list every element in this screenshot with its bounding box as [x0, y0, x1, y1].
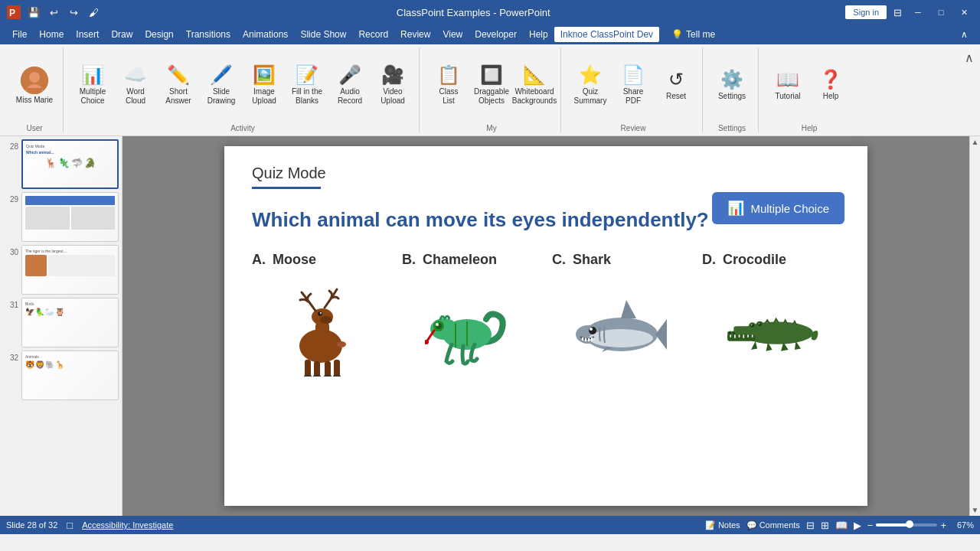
- video-upload-label: VideoUpload: [381, 87, 405, 106]
- quiz-mode-title: Quiz Mode: [252, 165, 840, 182]
- slide-preview-31: Birds 🦅 🦜 🦢 🦉: [21, 298, 119, 347]
- svg-point-10: [318, 311, 322, 316]
- zoom-thumb: [906, 520, 913, 528]
- accessibility-label[interactable]: Accessibility: Investigate: [82, 520, 173, 530]
- menu-file[interactable]: File: [6, 27, 33, 42]
- collapse-sections-button[interactable]: ∧: [965, 51, 974, 65]
- menu-developer[interactable]: Developer: [469, 27, 523, 42]
- normal-view-icon[interactable]: ⊟: [806, 520, 815, 531]
- menu-design[interactable]: Design: [139, 27, 179, 42]
- user-avatar-button[interactable]: Miss Marie: [12, 59, 57, 111]
- tutorial-label: Tutorial: [776, 92, 801, 101]
- svg-point-20: [337, 341, 346, 347]
- zoom-level[interactable]: 67%: [949, 520, 974, 530]
- notes-button[interactable]: 📝 Notes: [705, 520, 740, 530]
- slideshow-icon[interactable]: ▶: [854, 520, 861, 531]
- titlebar-left: P 💾 ↩ ↪ 🖌: [6, 5, 101, 20]
- short-answer-button[interactable]: ✏️ ShortAnswer: [158, 59, 198, 111]
- slide-layout-icon[interactable]: □: [67, 520, 73, 531]
- zoom-in-icon[interactable]: +: [940, 520, 946, 531]
- undo-icon[interactable]: ↩: [46, 5, 61, 20]
- audio-record-button[interactable]: 🎤 AudioRecord: [330, 59, 370, 111]
- draggable-objects-button[interactable]: 🔲 DraggableObjects: [472, 59, 511, 111]
- share-pdf-button[interactable]: 📄 SharePDF: [613, 59, 653, 111]
- zoom-slider[interactable]: [876, 523, 937, 527]
- multiple-choice-button[interactable]: 📊 MultipleChoice: [73, 59, 113, 111]
- user-name: Miss Marie: [16, 96, 53, 104]
- answer-c-col: C. Shark: [552, 252, 690, 377]
- settings-button[interactable]: ⚙️ Settings: [712, 59, 752, 111]
- menu-home[interactable]: Home: [33, 27, 70, 42]
- audio-record-label: AudioRecord: [338, 87, 362, 106]
- class-list-button[interactable]: 📋 ClassList: [429, 59, 469, 111]
- help-button[interactable]: ❓ Help: [811, 59, 851, 111]
- video-upload-button[interactable]: 🎥 VideoUpload: [373, 59, 413, 111]
- menu-draw[interactable]: Draw: [105, 27, 139, 42]
- menu-view[interactable]: View: [436, 27, 469, 42]
- multiple-choice-slide-button[interactable]: 📊 Multiple Choice: [712, 192, 844, 224]
- ribbon-toggle-icon[interactable]: ⊟: [890, 5, 905, 20]
- image-upload-button[interactable]: 🖼️ ImageUpload: [244, 59, 284, 111]
- ribbon-group-user: Miss Marie User: [6, 47, 64, 132]
- activity-buttons: 📊 MultipleChoice ☁️ WordCloud ✏️ ShortAn…: [73, 47, 413, 122]
- slide-num-28: 28: [3, 139, 18, 151]
- ribbon-content: Miss Marie User 📊 MultipleChoice ☁️ Word…: [0, 44, 980, 135]
- menu-classpoint[interactable]: Inknoe ClassPoint Dev: [554, 27, 659, 42]
- canvas-area: Quiz Mode Which animal can move its eyes…: [122, 136, 969, 516]
- save-icon[interactable]: 💾: [26, 5, 41, 20]
- fill-blanks-button[interactable]: 📝 Fill in theBlanks: [287, 59, 327, 111]
- scrollbar-right[interactable]: ▲ ▼: [969, 136, 980, 516]
- menu-review[interactable]: Review: [394, 27, 436, 42]
- reading-view-icon[interactable]: 📖: [835, 520, 848, 531]
- format-painter-icon[interactable]: 🖌: [86, 5, 101, 20]
- menu-help[interactable]: Help: [523, 27, 554, 42]
- menu-slideshow[interactable]: Slide Show: [294, 27, 352, 42]
- menu-insert[interactable]: Insert: [70, 27, 105, 42]
- svg-point-30: [589, 327, 596, 334]
- close-button[interactable]: ✕: [954, 5, 974, 20]
- help-buttons: 📖 Tutorial ❓ Help: [768, 47, 851, 122]
- svg-point-3: [29, 72, 40, 83]
- slide-thumb-30[interactable]: 30 The tiger is the largest...: [3, 245, 119, 295]
- scroll-up[interactable]: ▲: [970, 136, 980, 148]
- window-title: ClassPoint Examples - PowerPoint: [397, 7, 550, 18]
- answer-b-animal: [421, 277, 521, 377]
- tutorial-button[interactable]: 📖 Tutorial: [768, 59, 808, 111]
- menu-record[interactable]: Record: [352, 27, 394, 42]
- redo-icon[interactable]: ↪: [66, 5, 81, 20]
- slide-sorter-icon[interactable]: ⊞: [821, 520, 829, 531]
- menu-animations[interactable]: Animations: [237, 27, 294, 42]
- quiz-summary-button[interactable]: ⭐ QuizSummary: [570, 59, 610, 111]
- slide-thumb-31[interactable]: 31 Birds 🦅 🦜 🦢 🦉: [3, 298, 119, 347]
- reset-button[interactable]: ↺ Reset: [656, 59, 696, 111]
- collapse-ribbon-icon[interactable]: ∧: [955, 27, 974, 42]
- word-cloud-label: WordCloud: [126, 87, 145, 106]
- multiple-choice-slide-label: Multiple Choice: [750, 202, 829, 215]
- ribbon-group-settings: ⚙️ Settings Settings: [706, 47, 759, 132]
- menu-transitions[interactable]: Transitions: [180, 27, 237, 42]
- short-answer-label: ShortAnswer: [165, 87, 191, 106]
- svg-rect-12: [305, 360, 311, 377]
- status-bar: Slide 28 of 32 □ Accessibility: Investig…: [0, 516, 980, 534]
- slide-drawing-label: SlideDrawing: [207, 87, 236, 106]
- help-group-label: Help: [802, 124, 818, 132]
- slide-drawing-button[interactable]: 🖊️ SlideDrawing: [201, 59, 241, 111]
- svg-point-25: [436, 323, 439, 326]
- slide-thumb-28[interactable]: 28 Quiz Mode Which animal... 🦌 🦎 🦈 🐊: [3, 139, 119, 189]
- bar-chart-icon: 📊: [727, 200, 744, 217]
- zoom-out-icon[interactable]: −: [867, 520, 874, 531]
- slide-thumb-29[interactable]: 29: [3, 192, 119, 242]
- minimize-button[interactable]: ─: [908, 5, 928, 20]
- slide-thumb-32[interactable]: 32 Animals 🐯 🦁 🐘 🦒: [3, 350, 119, 400]
- slide-preview-30: The tiger is the largest...: [21, 245, 119, 295]
- scroll-down[interactable]: ▼: [970, 504, 980, 516]
- maximize-button[interactable]: □: [931, 5, 951, 20]
- sign-in-button[interactable]: Sign in: [845, 5, 887, 19]
- slide-drawing-icon: 🖊️: [210, 64, 233, 86]
- word-cloud-button[interactable]: ☁️ WordCloud: [116, 59, 155, 111]
- tell-me-input[interactable]: 💡 Tell me: [665, 27, 721, 42]
- multiple-choice-label: MultipleChoice: [80, 87, 106, 106]
- whiteboard-backgrounds-button[interactable]: 📐 WhiteboardBackgrounds: [514, 59, 554, 111]
- slide-num-32: 32: [3, 350, 18, 362]
- comments-button[interactable]: 💬 Comments: [746, 520, 800, 530]
